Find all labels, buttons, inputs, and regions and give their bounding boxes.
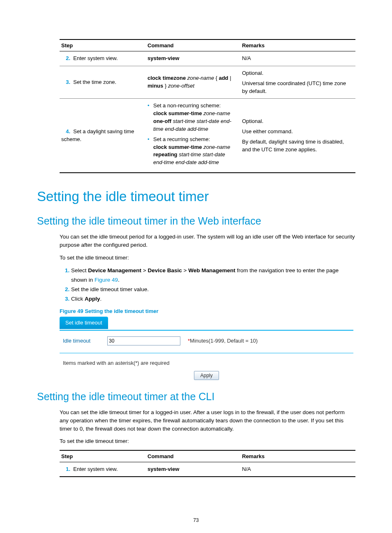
body-text: To set the idle timeout timer:: [60, 254, 355, 262]
step-text: Set a daylight saving time scheme.: [61, 128, 134, 142]
remarks-text: Optional. Universal time coordinated (UT…: [240, 66, 355, 99]
step-text: Enter system view.: [73, 466, 118, 472]
idle-timeout-input[interactable]: [107, 336, 180, 345]
figure-idle-timeout: Set idle timeout Idle timeout *Minutes(1…: [60, 317, 353, 380]
required-note: Items marked with an asterisk(*) are req…: [60, 353, 353, 368]
heading-idle-timeout-web: Setting the idle timeout timer in the We…: [37, 215, 355, 227]
cmd-text: system-view: [148, 466, 179, 472]
th-remarks: Remarks: [240, 450, 355, 462]
th-step: Step: [60, 39, 146, 51]
body-text: You can set the idle timeout timer for a…: [60, 408, 355, 433]
page-number: 73: [0, 517, 392, 523]
th-step: Step: [60, 450, 146, 462]
heading-idle-timeout: Setting the idle timeout timer: [37, 189, 355, 204]
cmd-text: clock timezone zone-name { add | minus }…: [146, 66, 240, 99]
table-row: 3. Set the time zone. clock timezone zon…: [60, 66, 355, 99]
figure-link[interactable]: Figure 49: [95, 277, 118, 283]
list-item: Set the idle timeout timer value.: [71, 285, 355, 294]
step-number: 3.: [61, 79, 70, 86]
remarks-text: N/A: [240, 462, 355, 477]
step-text: Enter system view.: [73, 55, 118, 61]
remarks-text: Optional. Use either command. By default…: [240, 99, 355, 173]
command-table-clock: Step Command Remarks 2. Enter system vie…: [60, 39, 355, 173]
table-row: 1. Enter system view. system-view N/A: [60, 462, 355, 477]
list-item: Click Apply.: [71, 294, 355, 304]
remarks-text: N/A: [240, 51, 355, 66]
heading-idle-timeout-cli: Setting the idle timeout timer at the CL…: [37, 391, 355, 403]
steps-list: Select Device Management > Device Basic …: [60, 266, 355, 304]
th-remarks: Remarks: [240, 39, 355, 51]
step-number: 4.: [61, 128, 70, 136]
tab-set-idle-timeout[interactable]: Set idle timeout: [60, 317, 108, 329]
idle-timeout-hint: *Minutes(1-999, Default = 10): [188, 338, 258, 344]
cmd-text: system-view: [148, 55, 179, 61]
th-command: Command: [146, 39, 240, 51]
list-item: Select Device Management > Device Basic …: [71, 266, 355, 285]
cmd-text: Set a non-recurring scheme: clock summer…: [146, 99, 240, 173]
table-row: 4. Set a daylight saving time scheme. Se…: [60, 99, 355, 173]
command-table-idle: Step Command Remarks 1. Enter system vie…: [60, 450, 355, 477]
table-row: 2. Enter system view. system-view N/A: [60, 51, 355, 66]
body-text: You can set the idle timeout period for …: [60, 233, 355, 250]
figure-caption: Figure 49 Setting the idle timeout timer: [60, 308, 355, 314]
step-number: 1.: [61, 466, 70, 473]
th-command: Command: [146, 450, 240, 462]
body-text: To set the idle timeout timer:: [60, 437, 355, 445]
apply-button[interactable]: Apply: [194, 371, 219, 380]
step-text: Set the time zone.: [73, 79, 116, 85]
step-number: 2.: [61, 55, 70, 63]
idle-timeout-label: Idle timeout: [63, 338, 100, 344]
